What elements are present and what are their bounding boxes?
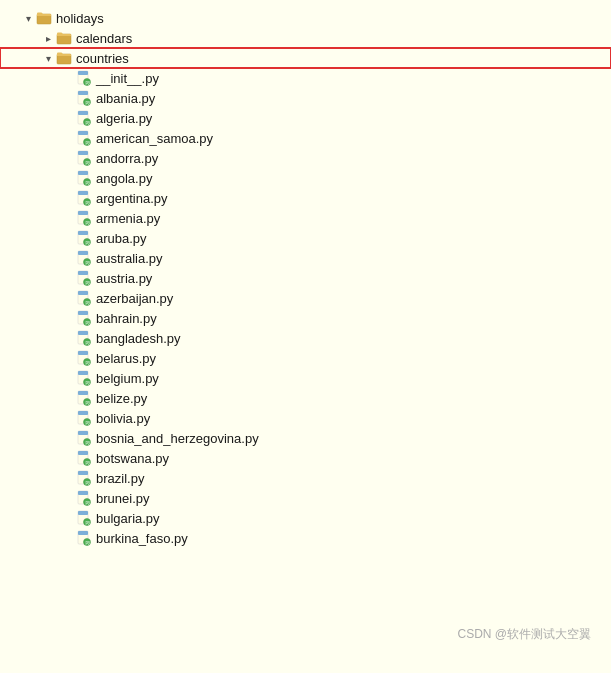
file-label: botswana.py bbox=[96, 451, 169, 466]
svg-text:py: py bbox=[86, 400, 92, 405]
python-file-icon: py bbox=[76, 230, 92, 246]
python-file-icon: py bbox=[76, 310, 92, 326]
svg-text:py: py bbox=[86, 420, 92, 425]
svg-rect-60 bbox=[78, 351, 88, 355]
svg-text:py: py bbox=[86, 260, 92, 265]
tree-item-file[interactable]: ▸ py botswana.py bbox=[0, 448, 611, 468]
svg-text:py: py bbox=[86, 160, 92, 165]
python-file-icon: py bbox=[76, 350, 92, 366]
tree-item-file[interactable]: ▸ py angola.py bbox=[0, 168, 611, 188]
tree-item-file[interactable]: ▸ py bulgaria.py bbox=[0, 508, 611, 528]
tree-item-file[interactable]: ▸ py belize.py bbox=[0, 388, 611, 408]
calendars-label: calendars bbox=[76, 31, 132, 46]
tree-item-file[interactable]: ▸ py argentina.py bbox=[0, 188, 611, 208]
watermark: CSDN @软件测试大空翼 bbox=[457, 626, 591, 643]
tree-item-countries[interactable]: countries bbox=[0, 48, 611, 68]
tree-item-file[interactable]: ▸ py burkina_faso.py bbox=[0, 528, 611, 548]
tree-item-file[interactable]: ▸ py __init__.py bbox=[0, 68, 611, 88]
svg-rect-76 bbox=[78, 431, 88, 435]
svg-rect-64 bbox=[78, 371, 88, 375]
tree-item-file[interactable]: ▸ py andorra.py bbox=[0, 148, 611, 168]
python-file-icon: py bbox=[76, 530, 92, 546]
tree-item-file[interactable]: ▸ py albania.py bbox=[0, 88, 611, 108]
file-label: andorra.py bbox=[96, 151, 158, 166]
file-label: bolivia.py bbox=[96, 411, 150, 426]
file-tree[interactable]: holidays calendars countries ▸ bbox=[0, 0, 611, 673]
svg-text:py: py bbox=[86, 280, 92, 285]
svg-text:py: py bbox=[86, 500, 92, 505]
svg-rect-72 bbox=[78, 411, 88, 415]
file-label: brazil.py bbox=[96, 471, 144, 486]
svg-text:py: py bbox=[86, 540, 92, 545]
tree-item-file[interactable]: ▸ py american_samoa.py bbox=[0, 128, 611, 148]
tree-item-calendars[interactable]: calendars bbox=[0, 28, 611, 48]
svg-rect-56 bbox=[78, 331, 88, 335]
file-label: argentina.py bbox=[96, 191, 168, 206]
svg-text:py: py bbox=[86, 200, 92, 205]
tree-item-file[interactable]: ▸ py australia.py bbox=[0, 248, 611, 268]
svg-rect-4 bbox=[78, 71, 88, 75]
file-label: australia.py bbox=[96, 251, 162, 266]
tree-item-file[interactable]: ▸ py brazil.py bbox=[0, 468, 611, 488]
python-file-icon: py bbox=[76, 510, 92, 526]
python-file-icon: py bbox=[76, 270, 92, 286]
svg-text:py: py bbox=[86, 180, 92, 185]
python-file-icon: py bbox=[76, 250, 92, 266]
python-file-icon: py bbox=[76, 330, 92, 346]
svg-rect-12 bbox=[78, 111, 88, 115]
file-label: bosnia_and_herzegovina.py bbox=[96, 431, 259, 446]
svg-text:py: py bbox=[86, 440, 92, 445]
python-file-icon: py bbox=[76, 110, 92, 126]
file-label: aruba.py bbox=[96, 231, 147, 246]
python-file-icon: py bbox=[76, 90, 92, 106]
svg-rect-36 bbox=[78, 231, 88, 235]
svg-rect-88 bbox=[78, 491, 88, 495]
tree-item-file[interactable]: ▸ py bosnia_and_herzegovina.py bbox=[0, 428, 611, 448]
python-file-icon: py bbox=[76, 70, 92, 86]
python-file-icon: py bbox=[76, 290, 92, 306]
tree-item-file[interactable]: ▸ py brunei.py bbox=[0, 488, 611, 508]
file-label: azerbaijan.py bbox=[96, 291, 173, 306]
svg-rect-92 bbox=[78, 511, 88, 515]
svg-rect-80 bbox=[78, 451, 88, 455]
svg-rect-52 bbox=[78, 311, 88, 315]
svg-text:py: py bbox=[86, 320, 92, 325]
svg-text:py: py bbox=[86, 80, 92, 85]
python-file-icon: py bbox=[76, 390, 92, 406]
svg-rect-16 bbox=[78, 131, 88, 135]
python-file-icon: py bbox=[76, 430, 92, 446]
file-label: brunei.py bbox=[96, 491, 149, 506]
file-label: __init__.py bbox=[96, 71, 159, 86]
svg-rect-96 bbox=[78, 531, 88, 535]
svg-text:py: py bbox=[86, 480, 92, 485]
python-file-icon: py bbox=[76, 210, 92, 226]
file-label: bahrain.py bbox=[96, 311, 157, 326]
svg-rect-8 bbox=[78, 91, 88, 95]
svg-text:py: py bbox=[86, 380, 92, 385]
tree-item-file[interactable]: ▸ py aruba.py bbox=[0, 228, 611, 248]
folder-countries-icon bbox=[56, 50, 72, 66]
svg-text:py: py bbox=[86, 120, 92, 125]
file-list: ▸ py __init__.py ▸ py alban bbox=[0, 68, 611, 548]
tree-item-file[interactable]: ▸ py bolivia.py bbox=[0, 408, 611, 428]
tree-item-file[interactable]: ▸ py azerbaijan.py bbox=[0, 288, 611, 308]
svg-rect-24 bbox=[78, 171, 88, 175]
tree-item-file[interactable]: ▸ py algeria.py bbox=[0, 108, 611, 128]
file-label: armenia.py bbox=[96, 211, 160, 226]
svg-rect-48 bbox=[78, 291, 88, 295]
python-file-icon: py bbox=[76, 130, 92, 146]
svg-text:py: py bbox=[86, 340, 92, 345]
chevron-countries-icon bbox=[40, 50, 56, 66]
tree-item-file[interactable]: ▸ py belarus.py bbox=[0, 348, 611, 368]
tree-item-file[interactable]: ▸ py belgium.py bbox=[0, 368, 611, 388]
folder-holidays-icon bbox=[36, 10, 52, 26]
python-file-icon: py bbox=[76, 490, 92, 506]
tree-item-file[interactable]: ▸ py austria.py bbox=[0, 268, 611, 288]
folder-calendars-icon bbox=[56, 30, 72, 46]
tree-item-file[interactable]: ▸ py bahrain.py bbox=[0, 308, 611, 328]
tree-item-holidays[interactable]: holidays bbox=[0, 8, 611, 28]
file-label: belize.py bbox=[96, 391, 147, 406]
tree-item-file[interactable]: ▸ py armenia.py bbox=[0, 208, 611, 228]
tree-item-file[interactable]: ▸ py bangladesh.py bbox=[0, 328, 611, 348]
file-label: american_samoa.py bbox=[96, 131, 213, 146]
